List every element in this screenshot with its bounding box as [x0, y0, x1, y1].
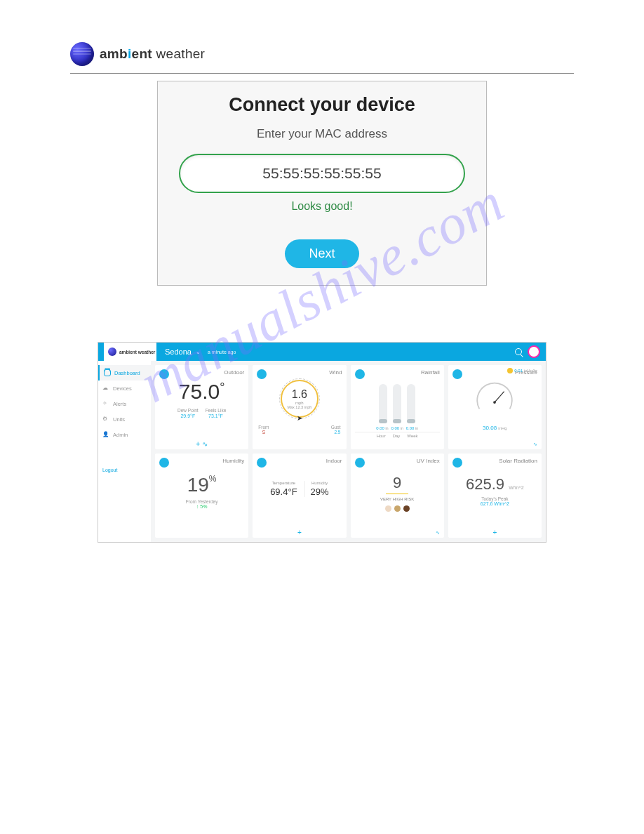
last-updated: a minute ago [208, 350, 236, 355]
brand-header: ambient weather [70, 42, 574, 66]
pressure-gauge [473, 378, 516, 422]
dashboard-logo-text: ambient weather [119, 350, 155, 355]
solar-peak: 627.6 W/m^2 [452, 501, 537, 506]
wind-from: S [258, 430, 269, 435]
next-button[interactable]: Next [285, 239, 358, 268]
rain-day-label: Day [393, 434, 401, 438]
brand-sphere-icon [70, 42, 94, 66]
chart-icon[interactable]: ∿ [436, 530, 440, 536]
rain-bar-day [393, 384, 401, 423]
expand-icon[interactable]: + [297, 529, 302, 536]
dashboard-icon [104, 369, 111, 376]
location-selector[interactable]: Sedona [165, 348, 192, 356]
dewpoint-value: 29.9°F [177, 413, 199, 418]
expand-icon[interactable]: + ∿ [196, 440, 208, 448]
wind-icon [257, 369, 267, 379]
sidebar-label-admin: Admin [113, 432, 128, 438]
feelslike-label: Feels Like [206, 408, 227, 413]
svg-point-1 [494, 401, 497, 404]
admin-icon: 👤 [102, 431, 109, 438]
skin-tone-dots [355, 505, 440, 512]
header-rule [70, 73, 574, 74]
card-title-indoor: Indoor [257, 458, 342, 464]
outdoor-icon [159, 369, 169, 379]
outdoor-temp: 75.0° [159, 381, 244, 402]
chart-icon[interactable]: ∿ [533, 442, 537, 447]
sidebar-label-alerts: Alerts [113, 401, 126, 407]
card-rainfall: Rainfall 0.00 in 0.00 in 0.00 in Hour [351, 365, 444, 449]
sidebar-item-alerts[interactable]: ✧ Alerts [98, 396, 151, 411]
solar-peak-label: Today's Peak [452, 496, 537, 501]
card-humidity: Humidity 19% From Yesterday ↑ 5% [155, 454, 248, 538]
feelslike-value: 73.1°F [206, 413, 227, 418]
solar-icon [452, 458, 462, 468]
chevron-down-icon[interactable]: ⌄ [196, 349, 201, 355]
search-icon[interactable] [515, 348, 522, 355]
wind-unit: mph [295, 401, 304, 405]
wind-max: Max 12.3 mph [287, 405, 311, 409]
rain-bars [355, 381, 440, 423]
card-wind: Wind 1.6 mph Max 12.3 mph ➤ FromS Gust2.… [253, 365, 346, 449]
sidebar-item-devices[interactable]: ☁ Devices [98, 380, 151, 396]
connect-subtitle: Enter your MAC address [173, 127, 471, 141]
card-title-wind: Wind [257, 369, 342, 376]
pressure-icon [452, 369, 462, 379]
rain-icon [355, 369, 365, 379]
rain-day: 0.00 [391, 426, 399, 430]
uv-icon [355, 458, 365, 468]
card-title-uv: UV Index [355, 458, 440, 464]
units-icon: ⚙ [102, 416, 109, 423]
sidebar-logout[interactable]: Logout [98, 463, 151, 477]
rain-hour-label: Hour [377, 434, 386, 438]
wind-gauge: 1.6 mph Max 12.3 mph ➤ [281, 380, 318, 418]
cards-grid: Outdoor 75.0° Dew Point 29.9°F Feels Lik… [151, 361, 546, 542]
solar-value: 625.9 [466, 475, 504, 493]
rain-hour: 0.00 [376, 426, 384, 430]
card-outdoor: Outdoor 75.0° Dew Point 29.9°F Feels Lik… [155, 365, 248, 449]
brand-part1: amb [100, 46, 128, 61]
expand-icon[interactable]: + [492, 529, 497, 536]
wind-gust: 2.5 [331, 430, 341, 435]
svg-line-0 [495, 392, 504, 403]
validation-message: Looks good! [173, 200, 471, 213]
wind-direction-arrow-icon: ➤ [297, 414, 302, 422]
indoor-icon [257, 458, 267, 468]
sidebar-label-units: Units [113, 416, 125, 423]
connect-title: Connect your device [173, 94, 471, 116]
pressure-rate: 0.01 inHg/hr [507, 368, 537, 373]
card-solar: Solar Radiation 625.9 W/m^2 Today's Peak… [448, 454, 542, 538]
uv-risk: VERY HIGH RISK [355, 497, 440, 501]
mac-address-input[interactable] [179, 154, 464, 193]
dashboard-screenshot: ambient weather Sedona ⌄ a minute ago Da… [98, 342, 546, 543]
rain-bar-hour [379, 384, 387, 423]
alerts-icon: ✧ [102, 400, 109, 407]
dashboard-topbar: ambient weather Sedona ⌄ a minute ago [98, 343, 546, 361]
card-title-rain: Rainfall [355, 369, 440, 376]
indoor-hum-label: Humidity [311, 481, 329, 485]
devices-icon: ☁ [102, 385, 109, 392]
pressure-value: 30.08 [483, 425, 497, 431]
indoor-temp-label: Temperature [270, 481, 297, 485]
wind-gust-label: Gust [331, 425, 341, 430]
sidebar-item-units[interactable]: ⚙ Units [98, 411, 151, 427]
sidebar-label-dashboard: Dashboard [114, 370, 140, 376]
rain-week: 0.00 [406, 426, 415, 430]
dewpoint-label: Dew Point [177, 408, 199, 413]
brand-part2: ent [132, 46, 152, 61]
rain-bar-week [407, 384, 415, 423]
sidebar-item-dashboard[interactable]: Dashboard [98, 365, 151, 380]
indoor-hum: 29% [311, 486, 329, 497]
connect-device-panel: Connect your device Enter your MAC addre… [157, 81, 487, 286]
brand-text: ambient weather [100, 46, 205, 62]
mini-sphere-icon [108, 348, 116, 356]
humidity-change: ↑ 5% [159, 504, 244, 509]
wind-from-label: From [258, 425, 269, 430]
outdoor-temp-value: 75.0 [179, 380, 220, 403]
humidity-icon [159, 458, 169, 468]
avatar[interactable] [528, 345, 540, 358]
brand-part3: weather [152, 46, 205, 61]
sidebar-item-admin[interactable]: 👤 Admin [98, 427, 151, 442]
wind-speed: 1.6 [292, 388, 307, 401]
card-title-outdoor: Outdoor [159, 369, 244, 376]
sidebar-label-devices: Devices [113, 385, 132, 392]
